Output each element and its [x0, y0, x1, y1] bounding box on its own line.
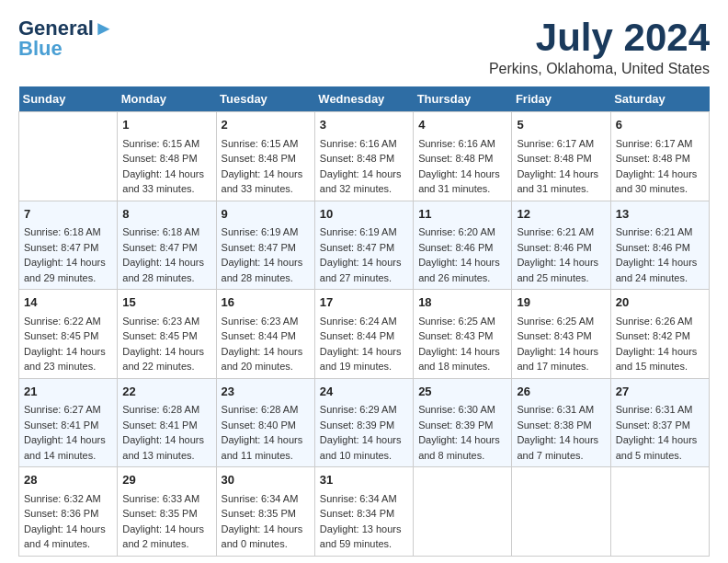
daylight: Daylight: 14 hours and 4 minutes.	[24, 523, 106, 550]
table-row: 25Sunrise: 6:30 AMSunset: 8:39 PMDayligh…	[414, 378, 512, 467]
sunrise: Sunrise: 6:24 AM	[320, 316, 397, 327]
sunrise: Sunrise: 6:16 AM	[418, 138, 495, 149]
day-number: 17	[320, 293, 408, 312]
daylight: Daylight: 14 hours and 8 minutes.	[418, 434, 500, 461]
sunset: Sunset: 8:47 PM	[24, 242, 98, 253]
day-number: 30	[222, 471, 310, 489]
sunset: Sunset: 8:48 PM	[222, 153, 296, 164]
daylight: Daylight: 14 hours and 0 minutes.	[222, 523, 303, 550]
table-row: 19Sunrise: 6:25 AMSunset: 8:43 PMDayligh…	[512, 290, 610, 379]
daylight: Daylight: 14 hours and 26 minutes.	[418, 257, 500, 283]
table-row: 29Sunrise: 6:33 AMSunset: 8:35 PMDayligh…	[118, 467, 216, 557]
sunset: Sunset: 8:48 PM	[418, 153, 493, 164]
sunrise: Sunrise: 6:19 AM	[320, 226, 397, 237]
daylight: Daylight: 14 hours and 13 minutes.	[122, 434, 204, 461]
day-number: 28	[24, 471, 112, 489]
sunrise: Sunrise: 6:34 AM	[320, 493, 397, 504]
sunrise: Sunrise: 6:16 AM	[320, 138, 397, 149]
daylight: Daylight: 14 hours and 31 minutes.	[517, 168, 598, 195]
day-number: 23	[222, 383, 310, 401]
daylight: Daylight: 14 hours and 7 minutes.	[517, 434, 598, 461]
sunrise: Sunrise: 6:32 AM	[24, 493, 101, 504]
sunrise: Sunrise: 6:28 AM	[122, 404, 199, 415]
table-row: 28Sunrise: 6:32 AMSunset: 8:36 PMDayligh…	[19, 467, 118, 557]
table-row: 31Sunrise: 6:34 AMSunset: 8:34 PMDayligh…	[314, 467, 413, 557]
table-row: 15Sunrise: 6:23 AMSunset: 8:45 PMDayligh…	[118, 290, 216, 379]
daylight: Daylight: 14 hours and 33 minutes.	[222, 168, 303, 195]
daylight: Daylight: 13 hours and 59 minutes.	[320, 523, 402, 550]
day-number: 18	[418, 293, 506, 312]
table-row: 8Sunrise: 6:18 AMSunset: 8:47 PMDaylight…	[118, 201, 216, 290]
sunrise: Sunrise: 6:27 AM	[24, 404, 101, 415]
day-number: 5	[517, 116, 605, 134]
day-number: 25	[418, 383, 506, 401]
table-row: 10Sunrise: 6:19 AMSunset: 8:47 PMDayligh…	[314, 201, 413, 290]
col-wednesday: Wednesday	[314, 86, 413, 112]
col-monday: Monday	[118, 86, 216, 112]
sunrise: Sunrise: 6:18 AM	[24, 226, 101, 237]
sunrise: Sunrise: 6:31 AM	[616, 404, 693, 415]
sunrise: Sunrise: 6:26 AM	[616, 316, 693, 327]
table-row: 2Sunrise: 6:15 AMSunset: 8:48 PMDaylight…	[216, 112, 314, 201]
day-number: 8	[122, 205, 210, 224]
sunset: Sunset: 8:40 PM	[222, 419, 296, 431]
sunrise: Sunrise: 6:21 AM	[616, 226, 693, 237]
sunrise: Sunrise: 6:20 AM	[418, 226, 495, 237]
day-number: 21	[24, 383, 112, 401]
table-row: 17Sunrise: 6:24 AMSunset: 8:44 PMDayligh…	[314, 290, 413, 379]
table-row: 27Sunrise: 6:31 AMSunset: 8:37 PMDayligh…	[610, 378, 709, 467]
sunset: Sunset: 8:43 PM	[517, 330, 591, 341]
sunset: Sunset: 8:48 PM	[517, 153, 591, 164]
daylight: Daylight: 14 hours and 30 minutes.	[616, 168, 698, 195]
day-number: 27	[616, 383, 704, 401]
daylight: Daylight: 14 hours and 29 minutes.	[24, 257, 106, 283]
sunset: Sunset: 8:47 PM	[122, 242, 197, 253]
sunrise: Sunrise: 6:30 AM	[418, 404, 495, 415]
sunset: Sunset: 8:45 PM	[122, 330, 197, 341]
col-sunday: Sunday	[19, 86, 118, 112]
daylight: Daylight: 14 hours and 18 minutes.	[418, 346, 500, 373]
table-row	[414, 467, 512, 557]
sunrise: Sunrise: 6:25 AM	[418, 316, 495, 327]
sunset: Sunset: 8:48 PM	[320, 153, 394, 164]
daylight: Daylight: 14 hours and 31 minutes.	[418, 168, 500, 195]
day-number: 1	[122, 116, 210, 134]
calendar-header-row: Sunday Monday Tuesday Wednesday Thursday…	[19, 86, 710, 112]
sunset: Sunset: 8:47 PM	[320, 242, 394, 253]
table-row: 5Sunrise: 6:17 AMSunset: 8:48 PMDaylight…	[512, 112, 610, 201]
sunset: Sunset: 8:43 PM	[418, 330, 493, 341]
sunrise: Sunrise: 6:21 AM	[517, 226, 594, 237]
table-row: 9Sunrise: 6:19 AMSunset: 8:47 PMDaylight…	[216, 201, 314, 290]
calendar-week-4: 21Sunrise: 6:27 AMSunset: 8:41 PMDayligh…	[19, 378, 710, 467]
table-row: 7Sunrise: 6:18 AMSunset: 8:47 PMDaylight…	[19, 201, 118, 290]
title-section: July 2024 Perkins, Oklahoma, United Stat…	[489, 18, 710, 77]
daylight: Daylight: 14 hours and 33 minutes.	[122, 168, 204, 195]
sunset: Sunset: 8:35 PM	[122, 508, 197, 519]
day-number: 11	[418, 205, 506, 224]
sunset: Sunset: 8:44 PM	[222, 330, 296, 341]
sunset: Sunset: 8:41 PM	[24, 419, 98, 431]
daylight: Daylight: 14 hours and 22 minutes.	[122, 346, 204, 373]
sunset: Sunset: 8:48 PM	[122, 153, 197, 164]
sunrise: Sunrise: 6:28 AM	[222, 404, 299, 415]
daylight: Daylight: 14 hours and 17 minutes.	[517, 346, 598, 373]
sunrise: Sunrise: 6:18 AM	[122, 226, 199, 237]
day-number: 31	[320, 471, 408, 489]
day-number: 29	[122, 471, 210, 489]
daylight: Daylight: 14 hours and 20 minutes.	[222, 346, 303, 373]
sunrise: Sunrise: 6:23 AM	[122, 316, 199, 327]
table-row: 3Sunrise: 6:16 AMSunset: 8:48 PMDaylight…	[314, 112, 413, 201]
day-number: 19	[517, 293, 605, 312]
table-row: 16Sunrise: 6:23 AMSunset: 8:44 PMDayligh…	[216, 290, 314, 379]
sunset: Sunset: 8:38 PM	[517, 419, 591, 431]
calendar-week-5: 28Sunrise: 6:32 AMSunset: 8:36 PMDayligh…	[19, 467, 710, 557]
daylight: Daylight: 14 hours and 24 minutes.	[616, 257, 698, 283]
calendar-week-2: 7Sunrise: 6:18 AMSunset: 8:47 PMDaylight…	[19, 201, 710, 290]
month-title: July 2024	[489, 18, 710, 57]
daylight: Daylight: 14 hours and 14 minutes.	[24, 434, 106, 461]
daylight: Daylight: 14 hours and 28 minutes.	[122, 257, 204, 283]
sunset: Sunset: 8:39 PM	[418, 419, 493, 431]
daylight: Daylight: 14 hours and 5 minutes.	[616, 434, 698, 461]
sunset: Sunset: 8:46 PM	[616, 242, 690, 253]
day-number: 15	[122, 293, 210, 312]
